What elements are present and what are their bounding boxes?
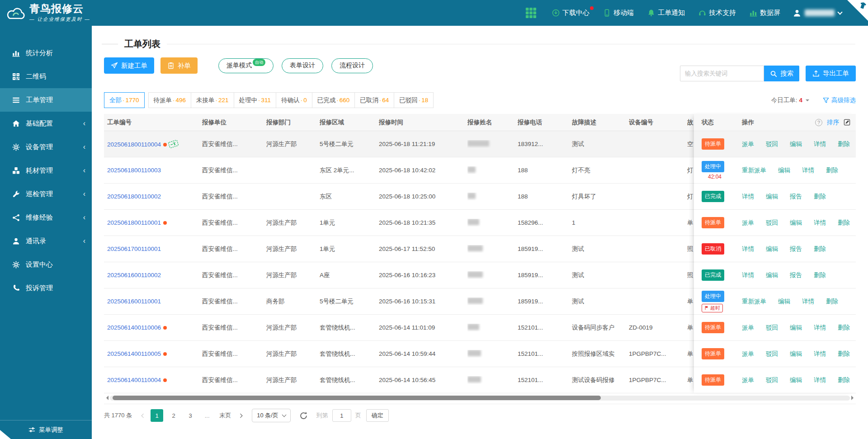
action-delete[interactable]: 删除: [838, 376, 850, 384]
action-reject[interactable]: 驳回: [766, 350, 778, 358]
sidebar-item-inspection[interactable]: 巡检管理‹: [0, 182, 92, 206]
order-no-link[interactable]: 2025061600110002: [107, 272, 161, 279]
scroll-left-arrow[interactable]: [104, 396, 108, 400]
action-delete[interactable]: 删除: [814, 271, 826, 279]
action-delete[interactable]: 删除: [838, 324, 850, 332]
filter-tab-1[interactable]: 待派单·496: [148, 92, 192, 108]
action-edit[interactable]: 编辑: [790, 376, 802, 384]
menu-adjust-button[interactable]: 菜单调整: [0, 420, 92, 439]
filter-tab-7[interactable]: 已驳回·18: [394, 92, 434, 108]
nav-order-notify[interactable]: 工单通知: [647, 9, 685, 17]
page-button-1[interactable]: 1: [151, 409, 163, 422]
advanced-filter-link[interactable]: 高级筛选: [823, 96, 856, 104]
sidebar-item-consumables[interactable]: 耗材管理‹: [0, 159, 92, 182]
order-no-link[interactable]: 2025061700110001: [107, 245, 161, 252]
action-edit[interactable]: 编辑: [766, 271, 778, 279]
prev-page-button[interactable]: [138, 409, 146, 422]
action-delete[interactable]: 删除: [814, 245, 826, 253]
filter-tab-2[interactable]: 未接单·221: [191, 92, 234, 108]
action-edit[interactable]: 编辑: [790, 350, 802, 358]
action-delete[interactable]: 删除: [826, 166, 838, 175]
supplement-order-button[interactable]: 补单: [160, 57, 198, 74]
order-no-link[interactable]: 2025061400110005: [107, 350, 161, 357]
filter-tab-0[interactable]: 全部·1770: [104, 92, 145, 108]
action-report[interactable]: 报告: [790, 245, 802, 253]
action-detail[interactable]: 详情: [814, 350, 826, 358]
sidebar-item-orders[interactable]: 工单管理: [0, 88, 92, 112]
page-button-3[interactable]: 3: [184, 409, 197, 422]
action-detail[interactable]: 详情: [814, 324, 826, 332]
order-no-link[interactable]: 2025061600110001: [107, 298, 161, 305]
scroll-right-arrow[interactable]: [851, 396, 856, 400]
brand-logo[interactable]: 青鸟报修云 — 让企业维保更及时 —: [0, 4, 95, 23]
sidebar-item-experience[interactable]: 维修经验‹: [0, 206, 92, 229]
action-edit[interactable]: 编辑: [766, 245, 778, 253]
sidebar-item-complaints[interactable]: 投诉管理: [0, 276, 92, 300]
help-icon[interactable]: ?: [815, 119, 822, 126]
action-delete[interactable]: 删除: [838, 219, 850, 227]
action-edit[interactable]: 编辑: [790, 140, 802, 148]
edit-sort-icon[interactable]: [844, 119, 850, 126]
order-no-link[interactable]: 2025061400110006: [107, 324, 161, 331]
filter-tab-3[interactable]: 处理中·311: [234, 92, 277, 108]
action-reject[interactable]: 驳回: [766, 140, 778, 148]
user-menu[interactable]: [793, 9, 842, 17]
refresh-button[interactable]: [299, 411, 308, 420]
action-edit[interactable]: 编辑: [790, 324, 802, 332]
order-no-link[interactable]: 2025061400110004: [107, 377, 161, 383]
nav-tech-support[interactable]: 技术支持: [698, 9, 736, 17]
jump-page-input[interactable]: [332, 409, 351, 422]
action-detail[interactable]: 详情: [814, 219, 826, 227]
action-edit[interactable]: 编辑: [778, 166, 790, 175]
theme-corner-ribbon[interactable]: [847, 0, 868, 21]
action-reject[interactable]: 驳回: [766, 324, 778, 332]
filter-tab-6[interactable]: 已取消·64: [354, 92, 394, 108]
action-dispatch[interactable]: 派单: [742, 350, 754, 358]
action-reject[interactable]: 驳回: [766, 219, 778, 227]
search-button[interactable]: 搜索: [764, 66, 799, 81]
action-delete[interactable]: 删除: [814, 193, 826, 201]
action-detail[interactable]: 详情: [802, 166, 814, 175]
order-no-link[interactable]: 2025061800110001: [107, 219, 161, 226]
page-button-2[interactable]: 2: [167, 409, 180, 422]
action-detail[interactable]: 详情: [742, 193, 754, 201]
filter-tab-4[interactable]: 待确认·0: [276, 92, 312, 108]
next-page-button[interactable]: [237, 409, 245, 422]
sort-link[interactable]: 排序: [827, 118, 839, 127]
action-redispatch[interactable]: 重新派单: [742, 166, 766, 175]
action-edit[interactable]: 编辑: [790, 219, 802, 227]
nav-download-center[interactable]: 下载中心: [552, 9, 590, 17]
action-detail[interactable]: 详情: [814, 140, 826, 148]
action-dispatch[interactable]: 派单: [742, 376, 754, 384]
today-orders[interactable]: 今日工单: 4: [771, 96, 809, 104]
action-report[interactable]: 报告: [790, 193, 802, 201]
action-edit[interactable]: 编辑: [778, 297, 790, 306]
form-design-button[interactable]: 表单设计: [282, 58, 323, 73]
sidebar-item-devices[interactable]: 设备管理‹: [0, 135, 92, 159]
export-orders-button[interactable]: 导出工单: [806, 66, 856, 81]
nav-data-screen[interactable]: 数据屏: [750, 9, 780, 17]
order-no-link[interactable]: 2025061800110002: [107, 193, 161, 200]
scrollbar-thumb[interactable]: [113, 396, 601, 400]
sidebar-item-qrcode[interactable]: 二维码: [0, 65, 92, 88]
action-delete[interactable]: 删除: [826, 297, 838, 306]
action-report[interactable]: 报告: [790, 271, 802, 279]
action-delete[interactable]: 删除: [838, 140, 850, 148]
flow-design-button[interactable]: 流程设计: [331, 58, 373, 73]
sidebar-item-stats[interactable]: 统计分析: [0, 41, 92, 65]
dispatch-mode-button[interactable]: 派单模式 自动: [218, 58, 274, 73]
jump-confirm-button[interactable]: 确定: [366, 409, 389, 422]
sidebar-item-base-config[interactable]: 基础配置‹: [0, 112, 92, 135]
new-order-button[interactable]: 新建工单: [104, 57, 154, 74]
action-detail[interactable]: 详情: [802, 297, 814, 306]
order-no-link[interactable]: 2025061800110004: [107, 141, 161, 148]
filter-tab-5[interactable]: 已完成·660: [312, 92, 355, 108]
page-size-select[interactable]: 10 条/页: [252, 409, 291, 422]
sidebar-item-settings[interactable]: 设置中心: [0, 253, 92, 276]
sidebar-item-contacts[interactable]: 通讯录‹: [0, 229, 92, 253]
horizontal-scrollbar[interactable]: [104, 395, 856, 401]
page-button-末页[interactable]: 末页: [217, 409, 233, 422]
action-dispatch[interactable]: 派单: [742, 219, 754, 227]
scrollbar-track[interactable]: [110, 396, 850, 401]
action-dispatch[interactable]: 派单: [742, 324, 754, 332]
